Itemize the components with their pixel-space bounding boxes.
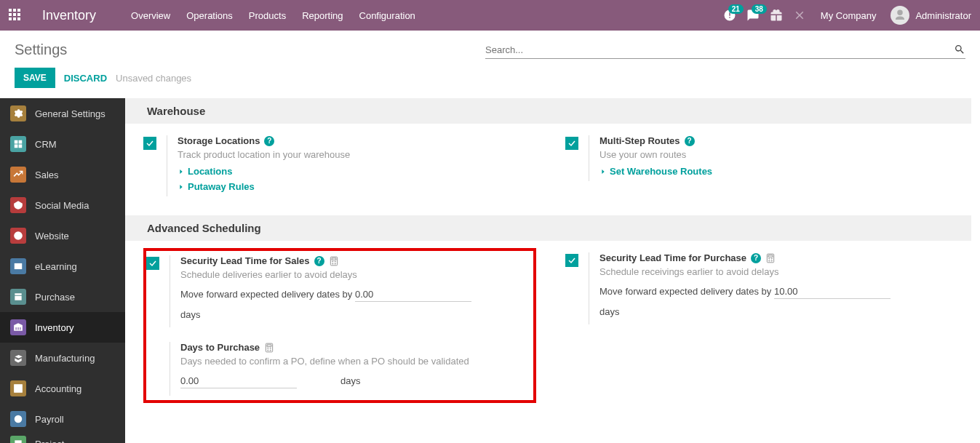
discuss-badge: 38	[752, 4, 767, 14]
svg-point-5	[335, 261, 335, 262]
calculator-icon[interactable]	[264, 343, 274, 353]
discuss-button[interactable]: 38	[746, 9, 760, 22]
highlighted-panel: Security Lead Time for Sales ? Schedule …	[143, 248, 536, 403]
setting-days-to-purchase: Days to Purchase Days needed to confirm …	[146, 338, 530, 400]
svg-point-7	[335, 263, 335, 263]
sidebar-item-payroll[interactable]: Payroll	[0, 404, 125, 434]
svg-rect-15	[768, 255, 773, 256]
top-nav: Overview Operations Products Reporting C…	[131, 10, 415, 21]
sidebar-item-elearning[interactable]: eLearning	[0, 251, 125, 282]
svg-point-13	[270, 349, 271, 350]
user-menu[interactable]: Administrator	[891, 6, 971, 25]
help-icon[interactable]: ?	[751, 253, 761, 263]
section-scheduling: Advanced Scheduling	[125, 215, 971, 241]
app-brand[interactable]: Inventory	[42, 8, 96, 23]
search-icon[interactable]	[954, 44, 965, 55]
svg-point-4	[332, 261, 332, 262]
setting-sales-lead: Security Lead Time for Sales ? Schedule …	[146, 251, 530, 332]
company-selector[interactable]: My Company	[821, 10, 877, 21]
checkbox-routes[interactable]	[565, 137, 578, 150]
setting-purchase-lead: Security Lead Time for Purchase ? Schedu…	[565, 248, 958, 329]
section-warehouse: Warehouse	[125, 98, 971, 124]
calculator-icon[interactable]	[765, 253, 776, 263]
svg-point-0	[14, 231, 23, 240]
sidebar-item-website[interactable]: Website	[0, 220, 125, 251]
sidebar-item-sales[interactable]: Sales	[0, 159, 125, 190]
page-title: Settings	[15, 41, 67, 58]
user-name: Administrator	[915, 10, 971, 21]
link-putaway[interactable]: Putaway Rules	[178, 181, 536, 192]
sidebar-item-purchase[interactable]: Purchase	[0, 282, 125, 312]
main: General Settings CRM Sales Social Media …	[0, 98, 980, 443]
svg-point-19	[771, 260, 772, 260]
svg-point-11	[270, 348, 271, 348]
sidebar-item-general[interactable]: General Settings	[0, 98, 125, 129]
close-icon[interactable]	[793, 9, 806, 22]
subheader: Settings	[0, 31, 980, 63]
activities-badge: 21	[728, 4, 744, 14]
purchase-lead-days-input[interactable]	[774, 284, 891, 299]
action-bar: SAVE DISCARD Unsaved changes	[0, 63, 980, 98]
svg-point-17	[771, 258, 772, 259]
sidebar-item-inventory[interactable]: Inventory	[0, 312, 125, 343]
unsaved-label: Unsaved changes	[116, 73, 191, 84]
svg-rect-3	[332, 258, 336, 259]
sales-lead-days-input[interactable]	[355, 287, 471, 302]
settings-sidebar: General Settings CRM Sales Social Media …	[0, 98, 125, 443]
checkbox-sales-lead[interactable]	[146, 257, 159, 270]
avatar	[891, 6, 909, 25]
link-locations[interactable]: Locations	[178, 166, 536, 177]
checkbox-purchase-lead[interactable]	[565, 254, 578, 267]
nav-configuration[interactable]: Configuration	[359, 10, 415, 21]
calculator-icon[interactable]	[329, 256, 339, 266]
svg-point-6	[332, 263, 332, 263]
activities-button[interactable]: 21	[723, 9, 736, 22]
link-warehouse-routes[interactable]: Set Warehouse Routes	[599, 166, 958, 177]
svg-rect-9	[267, 344, 271, 346]
nav-products[interactable]: Products	[249, 10, 286, 21]
sidebar-item-crm[interactable]: CRM	[0, 129, 125, 159]
settings-content: Warehouse Storage Locations? Track produ…	[125, 98, 980, 443]
sidebar-item-accounting[interactable]: Accounting	[0, 373, 125, 404]
checkbox-storage[interactable]	[143, 137, 156, 150]
sidebar-item-manufacturing[interactable]: Manufacturing	[0, 343, 125, 373]
svg-point-16	[769, 258, 770, 259]
nav-operations[interactable]: Operations	[186, 10, 233, 21]
svg-point-18	[769, 260, 770, 260]
svg-point-10	[268, 348, 268, 348]
setting-multistep-routes: Multi-Step Routes? Use your own routes S…	[565, 131, 958, 185]
days-to-purchase-input[interactable]	[180, 374, 297, 388]
help-icon[interactable]: ?	[685, 136, 695, 146]
setting-storage-locations: Storage Locations? Track product locatio…	[143, 131, 536, 201]
svg-point-12	[268, 349, 268, 350]
nav-reporting[interactable]: Reporting	[302, 10, 343, 21]
search-box[interactable]	[485, 41, 965, 59]
topbar: Inventory Overview Operations Products R…	[0, 0, 980, 31]
help-icon[interactable]: ?	[264, 136, 274, 146]
discard-button[interactable]: DISCARD	[64, 73, 107, 84]
gift-icon[interactable]	[770, 9, 783, 22]
apps-icon[interactable]	[9, 9, 22, 22]
nav-overview[interactable]: Overview	[131, 10, 170, 21]
sidebar-item-social[interactable]: Social Media	[0, 190, 125, 220]
topbar-right: 21 38 My Company Administrator	[723, 6, 971, 25]
search-input[interactable]	[485, 44, 954, 55]
help-icon[interactable]: ?	[314, 256, 324, 266]
svg-point-1	[15, 415, 23, 423]
sidebar-item-project[interactable]: Project	[0, 434, 125, 443]
save-button[interactable]: SAVE	[15, 68, 55, 88]
